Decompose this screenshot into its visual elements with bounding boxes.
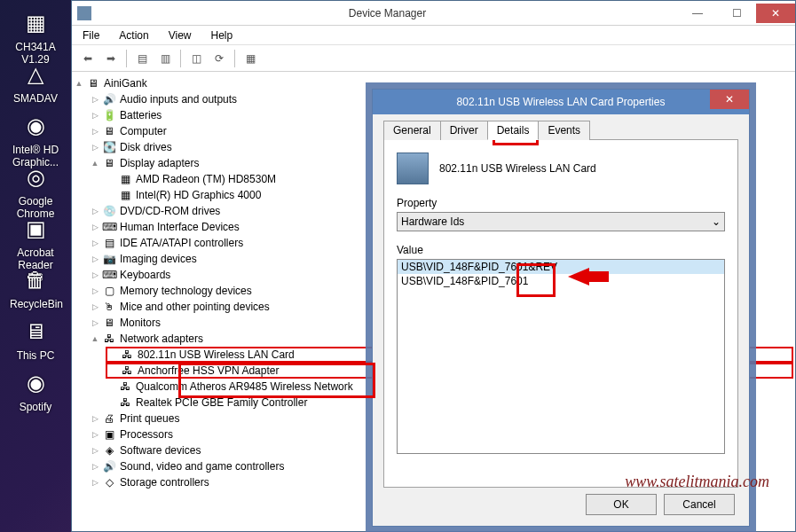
expander-icon[interactable]: ▷	[90, 429, 100, 440]
dialog-titlebar[interactable]: 802.11n USB Wireless LAN Card Properties…	[373, 90, 749, 114]
device-category-icon: 📷	[102, 252, 116, 266]
device-category-icon: 🖧	[102, 332, 116, 346]
expander-icon[interactable]: ▷	[90, 270, 100, 280]
device-icon: 🖧	[120, 364, 134, 378]
watermark-text: www.satelitmania.com	[625, 473, 769, 491]
dialog-close-button[interactable]: ✕	[710, 90, 749, 109]
tree-node-label: DVD/CD-ROM drives	[120, 205, 220, 217]
menu-action[interactable]: Action	[114, 27, 154, 43]
device-category-icon: 💿	[102, 204, 116, 218]
device-icon: 🖧	[118, 395, 132, 410]
expander-icon[interactable]: ▷	[90, 238, 100, 248]
tab-events[interactable]: Events	[538, 121, 590, 140]
tab-general[interactable]: General	[383, 121, 441, 140]
device-category-icon: 🖱	[102, 300, 116, 314]
device-category-icon: ◈	[102, 443, 116, 458]
ok-button[interactable]: OK	[586, 494, 657, 515]
menubar: FileActionViewHelp	[72, 26, 795, 45]
device-icon: 🖧	[120, 348, 134, 362]
update-driver-icon[interactable]: ⟳	[209, 48, 230, 69]
properties-icon[interactable]: ◫	[185, 48, 207, 69]
tree-node-label: 802.11n USB Wireless LAN Card	[138, 348, 295, 361]
device-icon: ▦	[118, 188, 132, 202]
desktop-shortcut[interactable]: ▣Acrobat Reader DC	[10, 213, 61, 261]
tree-node-label: Intel(R) HD Graphics 4000	[136, 189, 261, 201]
device-category-icon: ⌨	[102, 220, 116, 234]
device-category-icon: ▣	[102, 427, 116, 442]
close-button[interactable]: ✕	[756, 4, 795, 23]
menu-view[interactable]: View	[163, 27, 197, 43]
expander-icon[interactable]: ▷	[90, 461, 100, 472]
device-category-icon: 💽	[102, 140, 116, 154]
expander-icon[interactable]: ▲	[90, 333, 100, 344]
device-category-icon: ▢	[102, 284, 116, 298]
tree-node-label: Batteries	[120, 109, 162, 121]
minimize-button[interactable]: —	[678, 4, 717, 23]
expander-icon[interactable]: ▷	[90, 254, 100, 264]
expander-icon[interactable]: ▷	[90, 413, 100, 424]
uninstall-icon[interactable]: ▦	[240, 48, 261, 69]
expander-icon[interactable]: ▷	[90, 445, 100, 456]
tree-node-label: Display adapters	[120, 157, 199, 169]
desktop-shortcut[interactable]: ◉Spotify	[10, 367, 61, 415]
expander-icon[interactable]: ▲	[90, 158, 100, 168]
value-label: Value	[397, 244, 725, 256]
tree-node-label: Realtek PCIe GBE Family Controller	[136, 396, 307, 409]
value-listbox[interactable]: USB\VID_148F&PID_7601&REVUSB\VID_148F&PI…	[397, 259, 725, 454]
desktop-shortcut[interactable]: 🗑RecycleBin	[10, 264, 61, 312]
device-category-icon: ◇	[102, 475, 116, 489]
device-category-icon: 🔋	[102, 108, 116, 122]
devices-printers-icon[interactable]: ▥	[154, 48, 176, 69]
separator	[126, 50, 127, 67]
expander-icon[interactable]: ▷	[90, 126, 100, 137]
chevron-down-icon: ⌄	[712, 215, 721, 228]
device-category-icon: ⌨	[102, 268, 116, 282]
desktop-shortcut[interactable]: ▦CH341A V1.29	[10, 7, 61, 55]
expander-icon[interactable]: ▷	[90, 222, 100, 232]
dialog-tabs: GeneralDriverDetailsEvents	[383, 120, 738, 140]
separator	[180, 50, 181, 67]
separator	[234, 50, 235, 67]
back-icon[interactable]: ⬅	[77, 48, 99, 69]
expander-icon[interactable]: ▷	[90, 206, 100, 216]
property-dropdown[interactable]: Hardware Ids ⌄	[397, 212, 725, 231]
device-category-icon: 🔊	[102, 92, 116, 106]
cancel-button[interactable]: Cancel	[664, 494, 735, 515]
toolbar: ⬅➡▤▥◫⟳▦	[72, 45, 795, 72]
expander-icon[interactable]: ▷	[90, 317, 100, 328]
tree-node-label: Sound, video and game controllers	[120, 460, 284, 473]
tree-node-label: Imaging devices	[120, 253, 197, 265]
expander-icon[interactable]: ▷	[90, 301, 100, 312]
details-tab-pane: 802.11n USB Wireless LAN Card Property H…	[383, 140, 738, 488]
value-list-item[interactable]: USB\VID_148F&PID_7601&REV	[398, 260, 724, 274]
expander-icon[interactable]: ▷	[90, 142, 100, 153]
tree-node-label: IDE ATA/ATAPI controllers	[120, 237, 243, 249]
tree-node-label: Anchorfree HSS VPN Adapter	[138, 364, 279, 377]
desktop-shortcut[interactable]: ◎Google Chrome	[10, 161, 61, 209]
maximize-button[interactable]: ☐	[717, 4, 756, 23]
tree-node-label: Mice and other pointing devices	[120, 301, 270, 313]
desktop-shortcut[interactable]: △SMADAV	[10, 59, 61, 106]
expander-icon[interactable]: ▷	[90, 94, 100, 105]
device-category-icon: ▤	[102, 236, 116, 250]
value-list-item[interactable]: USB\VID_148F&PID_7601	[398, 274, 724, 288]
forward-icon[interactable]: ➡	[100, 48, 122, 69]
show-hidden-icon[interactable]: ▤	[131, 48, 153, 69]
menu-file[interactable]: File	[77, 27, 105, 43]
property-label: Property	[397, 197, 725, 209]
device-category-icon: 🔊	[102, 459, 116, 473]
tree-node-label: AMD Radeon (TM) HD8530M	[136, 173, 276, 185]
device-name-label: 802.11n USB Wireless LAN Card	[439, 162, 596, 175]
desktop-shortcut[interactable]: ◉Intel® HD Graphic...	[10, 110, 61, 158]
titlebar[interactable]: Device Manager — ☐ ✕	[72, 1, 795, 26]
expander-icon[interactable]: ▷	[90, 286, 100, 296]
tree-node-label: Memory technology devices	[120, 285, 252, 297]
expander-icon[interactable]: ▷	[90, 110, 100, 121]
tree-node-label: Storage controllers	[120, 476, 209, 489]
desktop-shortcut[interactable]: 🖥This PC	[10, 316, 61, 364]
menu-help[interactable]: Help	[206, 27, 239, 43]
tree-node-label: Audio inputs and outputs	[120, 93, 237, 106]
expander-icon[interactable]: ▷	[90, 477, 100, 488]
tab-driver[interactable]: Driver	[440, 121, 488, 140]
tab-details[interactable]: Details	[487, 121, 540, 140]
